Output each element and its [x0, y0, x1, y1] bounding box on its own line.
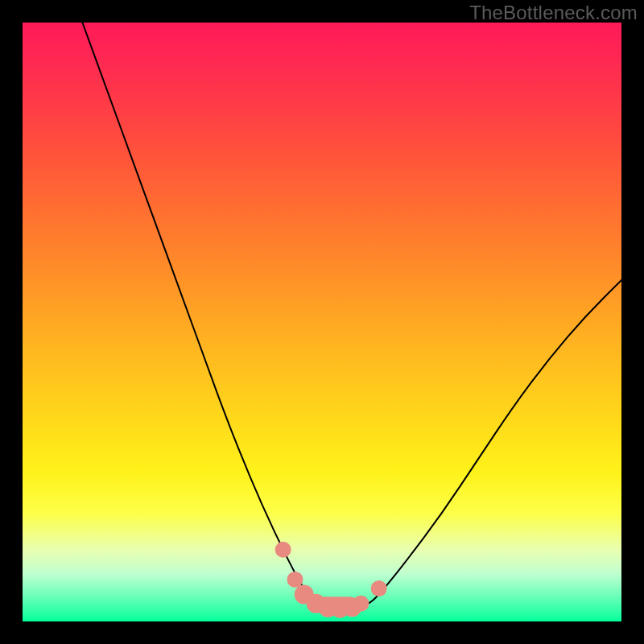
chart-svg	[23, 23, 621, 621]
trough-marker	[275, 542, 291, 558]
watermark-text: TheBottleneck.com	[469, 2, 638, 24]
bottleneck-curve	[82, 23, 621, 609]
trough-markers	[275, 542, 387, 618]
trough-marker	[371, 580, 387, 597]
chart-frame: TheBottleneck.com	[0, 0, 644, 644]
trough-marker	[287, 572, 303, 588]
trough-marker-bar	[310, 597, 358, 613]
